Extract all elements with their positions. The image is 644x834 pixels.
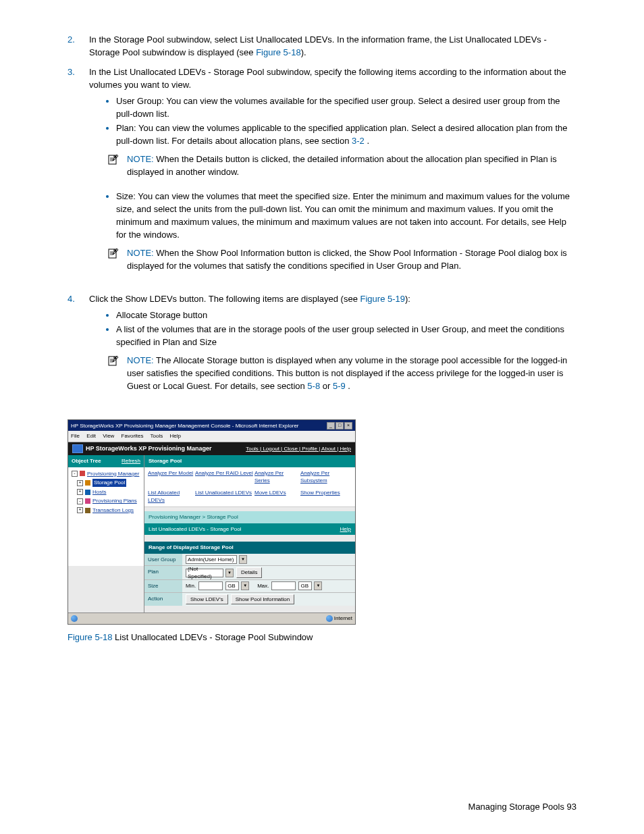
section-link[interactable]: 3-2	[352, 136, 365, 146]
range-header: Range of Displayed Storage Pool	[144, 542, 355, 554]
list-links-row: List Allocated LDEVs List Unallocated LD…	[144, 487, 355, 507]
expand-icon[interactable]: +	[77, 489, 83, 495]
object-tree-panel: Object Tree Refresh -Provisioning Manage…	[68, 455, 144, 613]
dropdown-icon[interactable]: ▼	[239, 555, 247, 564]
menu-view[interactable]: View	[103, 433, 114, 439]
step-list: 2. In the Storage Pool subwindow, select…	[68, 34, 576, 399]
min-unit-select[interactable]: GB	[225, 581, 239, 590]
window-buttons: _□×	[326, 421, 352, 429]
globe-icon	[71, 615, 78, 622]
user-group-select[interactable]: Admin(User Home)	[186, 555, 237, 564]
link-show-properties[interactable]: Show Properties	[300, 489, 352, 504]
link-analyze-raid[interactable]: Analyze Per RAID Level	[195, 469, 254, 485]
action-row: Action Show LDEV's Show Pool Information	[144, 593, 355, 606]
section-link[interactable]: 5-9	[333, 381, 346, 391]
bullet-list: User Group: You can view the volumes ava…	[89, 95, 576, 147]
tree-provisioning-plans[interactable]: Provisioning Plans	[92, 497, 137, 505]
step-4: 4. Click the Show LDEVs button. The foll…	[68, 293, 576, 400]
bullet-item: User Group: You can view the volumes ava…	[116, 95, 576, 121]
tree-transaction-logs[interactable]: Transaction Logs	[92, 506, 134, 515]
expand-icon[interactable]: +	[77, 507, 83, 513]
globe-icon	[326, 615, 333, 622]
step-number: 2.	[68, 34, 89, 59]
main-header: Storage Pool	[144, 455, 355, 467]
show-pool-info-button[interactable]: Show Pool Information	[231, 594, 295, 605]
hosts-icon	[85, 490, 90, 495]
tree-provisioning-manager[interactable]: Provisioning Manager	[87, 470, 139, 478]
menu-file[interactable]: File	[71, 433, 80, 439]
collapse-icon[interactable]: -	[77, 498, 83, 504]
details-button[interactable]: Details	[236, 567, 262, 578]
max-unit-select[interactable]: GB	[298, 581, 312, 590]
link-analyze-subsystem[interactable]: Analyze Per Subsystem	[300, 469, 352, 485]
step-content: In the Storage Pool subwindow, select Li…	[89, 34, 576, 59]
dropdown-icon[interactable]: ▼	[314, 581, 322, 590]
tree-storage-pool[interactable]: Storage Pool	[92, 479, 126, 487]
note-text: NOTE: When the Details button is clicked…	[127, 153, 576, 179]
show-ldevs-button[interactable]: Show LDEV's	[186, 594, 228, 605]
max-input[interactable]	[271, 581, 296, 590]
bullet-list: Size: You can view the volumes that meet…	[89, 190, 576, 241]
figure-link[interactable]: Figure 5-18	[256, 47, 300, 57]
note-block: NOTE: When the Details button is clicked…	[108, 153, 576, 179]
bullet-list: Allocate Storage button A list of the vo…	[89, 309, 576, 349]
link-analyze-model[interactable]: Analyze Per Model	[148, 469, 195, 485]
plans-icon	[85, 498, 90, 504]
refresh-link[interactable]: Refresh	[122, 457, 140, 465]
bullet-item: Allocate Storage button	[116, 309, 576, 322]
menu-favorites[interactable]: Favorites	[122, 433, 144, 439]
figure-link[interactable]: Figure 5-19	[360, 294, 405, 304]
step-number: 3.	[68, 66, 89, 280]
plan-row: Plan (Not Specified)▼ Details	[144, 566, 355, 580]
figure-label: Figure 5-18	[68, 632, 112, 642]
note-block: NOTE: When the Show Pool Information but…	[108, 247, 576, 273]
step-3: 3. In the List Unallocated LDEVs - Stora…	[68, 66, 576, 280]
subwindow-header: List Unallocated LDEVs - Storage Pool He…	[144, 523, 355, 536]
size-label: Size	[144, 580, 182, 592]
help-link[interactable]: Help	[340, 525, 351, 533]
note-label: NOTE:	[127, 355, 156, 365]
note-label: NOTE:	[127, 154, 156, 164]
min-label: Min.	[186, 582, 196, 590]
window-title: HP StorageWorks XP Provisioning Manager …	[71, 422, 299, 430]
max-label: Max.	[257, 582, 269, 590]
link-analyze-series[interactable]: Analyze Per Series	[254, 469, 300, 485]
min-input[interactable]	[198, 581, 223, 590]
dropdown-icon[interactable]: ▼	[241, 581, 249, 590]
app-header: HP StorageWorks XP Provisioning Manager …	[68, 442, 355, 455]
step-number: 4.	[68, 293, 89, 400]
storage-pool-icon	[85, 480, 90, 486]
menu-edit[interactable]: Edit	[86, 433, 96, 439]
bullet-item: Plan: You can view the volumes applicabl…	[116, 122, 576, 148]
size-row: Size Min. GB▼ Max. GB▼	[144, 580, 355, 593]
plan-label: Plan	[144, 566, 182, 579]
collapse-icon[interactable]: -	[72, 471, 78, 477]
app-links[interactable]: Tools | Logout | Close | Profile | About…	[246, 445, 351, 453]
link-list-unallocated[interactable]: List Unallocated LDEVs	[195, 489, 254, 504]
browser-statusbar: Internet	[68, 613, 355, 624]
step-2: 2. In the Storage Pool subwindow, select…	[68, 34, 576, 59]
link-move-ldevs[interactable]: Move LDEVs	[254, 489, 300, 504]
zone-label: Internet	[334, 615, 352, 621]
screenshot-figure: HP StorageWorks XP Provisioning Manager …	[68, 419, 356, 624]
logs-icon	[85, 508, 90, 513]
link-list-allocated[interactable]: List Allocated LDEVs	[148, 489, 195, 504]
close-icon[interactable]: ×	[344, 422, 352, 429]
note-block: NOTE: The Allocate Storage button is dis…	[108, 355, 576, 393]
tree-hosts[interactable]: Hosts	[92, 488, 106, 496]
section-link[interactable]: 5-8	[307, 381, 320, 391]
maximize-icon[interactable]: □	[336, 422, 344, 429]
user-group-label: User Group	[144, 554, 182, 566]
note-text: NOTE: When the Show Pool Information but…	[127, 247, 576, 273]
analyze-links-row: Analyze Per Model Analyze Per RAID Level…	[144, 467, 355, 487]
plan-select[interactable]: (Not Specified)	[186, 569, 223, 577]
menu-help[interactable]: Help	[170, 433, 181, 439]
menu-tools[interactable]: Tools	[151, 433, 163, 439]
tree-header: Object Tree Refresh	[68, 455, 144, 467]
minimize-icon[interactable]: _	[327, 422, 335, 429]
dropdown-icon[interactable]: ▼	[225, 569, 234, 577]
action-label: Action	[144, 593, 182, 606]
expand-icon[interactable]: +	[77, 480, 83, 486]
user-group-row: User Group Admin(User Home)▼	[144, 554, 355, 567]
step-content: In the List Unallocated LDEVs - Storage …	[89, 66, 576, 280]
